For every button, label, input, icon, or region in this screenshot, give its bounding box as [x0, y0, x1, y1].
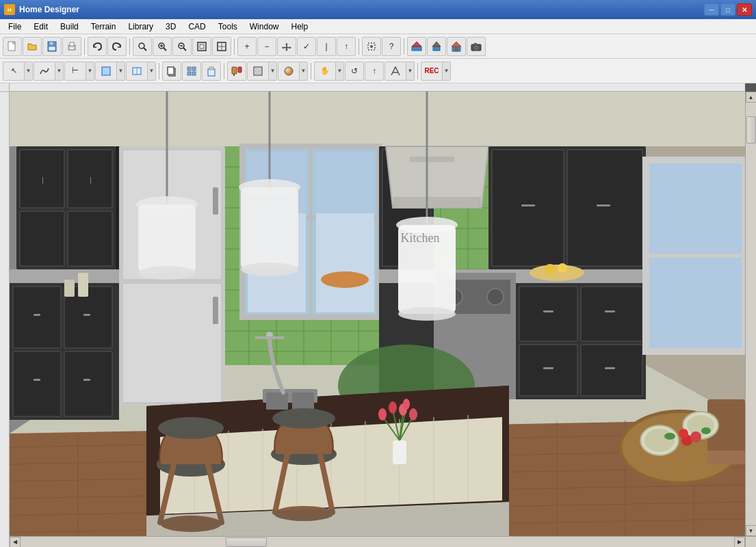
- wall-button[interactable]: [407, 37, 426, 56]
- camera-button[interactable]: [467, 37, 486, 56]
- menu-terrain[interactable]: Terrain: [86, 21, 122, 33]
- svg-point-168: [138, 266, 196, 280]
- material-dropdown[interactable]: ▼: [278, 62, 308, 81]
- horizontal-scrollbar[interactable]: ◀ ▶: [10, 536, 745, 547]
- check-button[interactable]: ✓: [297, 37, 316, 56]
- svg-point-34: [475, 46, 478, 49]
- menu-window[interactable]: Window: [244, 21, 285, 33]
- svg-rect-125: [34, 314, 40, 316]
- zoom-in-button[interactable]: [153, 37, 172, 56]
- add-button[interactable]: +: [237, 37, 257, 56]
- move-button[interactable]: [277, 37, 296, 56]
- component-button[interactable]: [182, 62, 201, 81]
- toolbar1-sep4: [359, 38, 359, 55]
- svg-rect-181: [581, 345, 642, 396]
- grab-dropdown[interactable]: ✋ ▼: [314, 62, 344, 81]
- svg-rect-141: [316, 152, 374, 213]
- scroll-thumb-v[interactable]: [746, 116, 756, 144]
- toolbar1-sep1: [84, 38, 85, 55]
- up-arrow-button[interactable]: ↑: [337, 37, 356, 56]
- fill-dropdown[interactable]: ▼: [95, 62, 125, 81]
- print-button[interactable]: [62, 37, 81, 56]
- svg-point-212: [378, 408, 387, 421]
- texture-dropdown[interactable]: ▼: [247, 62, 277, 81]
- up-arrow2-button[interactable]: ↑: [365, 62, 384, 81]
- window-controls: ─ □ ✕: [704, 3, 752, 16]
- scroll-track-h[interactable]: [21, 537, 734, 548]
- scroll-up-button[interactable]: ▲: [746, 92, 757, 103]
- fit-view-button[interactable]: [192, 37, 211, 56]
- svg-point-159: [487, 289, 504, 305]
- svg-rect-206: [393, 440, 406, 464]
- menu-3d[interactable]: 3D: [160, 21, 181, 33]
- rotate-button[interactable]: ↺: [345, 62, 364, 81]
- scroll-thumb-h[interactable]: [226, 537, 267, 547]
- actual-size-button[interactable]: [212, 37, 231, 56]
- cabinet-dropdown[interactable]: ▼: [126, 62, 156, 81]
- svg-rect-117: [42, 177, 43, 184]
- menu-cad[interactable]: CAD: [183, 21, 211, 33]
- svg-point-24: [370, 45, 373, 48]
- kitchen-3d-view[interactable]: Kitchen: [10, 92, 745, 536]
- svg-rect-153: [597, 204, 610, 206]
- svg-point-238: [664, 433, 675, 440]
- svg-rect-115: [20, 211, 64, 266]
- paint-button[interactable]: [227, 62, 246, 81]
- minimize-button[interactable]: ─: [704, 3, 719, 16]
- svg-rect-134: [116, 146, 119, 269]
- save-button[interactable]: [42, 37, 62, 56]
- snap-button[interactable]: [362, 37, 381, 56]
- svg-line-10: [144, 48, 146, 51]
- menu-tools[interactable]: Tools: [213, 21, 243, 33]
- svg-rect-5: [49, 46, 55, 51]
- toolbar2-sep1: [159, 63, 159, 79]
- svg-point-9: [139, 43, 144, 49]
- scroll-left-button[interactable]: ◀: [10, 537, 21, 548]
- line-button[interactable]: |: [317, 37, 336, 56]
- svg-rect-126: [83, 314, 90, 316]
- scroll-right-button[interactable]: ▶: [734, 537, 745, 548]
- scroll-track-v[interactable]: [746, 103, 757, 525]
- dimension-dropdown[interactable]: ⊢ ▼: [64, 62, 94, 81]
- svg-rect-42: [192, 67, 196, 70]
- copy-button[interactable]: [162, 62, 181, 81]
- transform-dropdown[interactable]: ▼: [384, 62, 415, 81]
- select-dropdown[interactable]: ↖ ▼: [3, 62, 33, 81]
- kitchen-scene-svg: Kitchen: [10, 92, 745, 536]
- svg-rect-124: [64, 351, 112, 416]
- subtract-button[interactable]: −: [257, 37, 276, 56]
- new-button[interactable]: [3, 37, 22, 56]
- help-button[interactable]: ?: [382, 37, 401, 56]
- close-button[interactable]: ✕: [737, 3, 752, 16]
- menu-file[interactable]: File: [3, 21, 27, 33]
- svg-rect-131: [122, 283, 222, 403]
- menu-library[interactable]: Library: [122, 21, 159, 33]
- menu-build[interactable]: Build: [55, 21, 84, 33]
- svg-point-57: [285, 67, 293, 75]
- svg-line-16: [183, 48, 186, 51]
- polyline-dropdown[interactable]: ▼: [34, 62, 64, 81]
- zoom-out-button[interactable]: [172, 37, 192, 56]
- undo-button[interactable]: [88, 37, 107, 56]
- svg-rect-118: [90, 177, 91, 184]
- roof-button[interactable]: [427, 37, 446, 56]
- menu-edit[interactable]: Edit: [28, 21, 53, 33]
- svg-rect-184: [543, 367, 553, 369]
- house-button[interactable]: [447, 37, 466, 56]
- maximize-button[interactable]: □: [720, 3, 735, 16]
- open-button[interactable]: [23, 37, 42, 56]
- svg-point-160: [321, 271, 369, 288]
- paste-button[interactable]: [202, 62, 221, 81]
- svg-rect-127: [34, 379, 40, 381]
- svg-marker-26: [412, 42, 421, 46]
- svg-point-213: [389, 401, 397, 414]
- vertical-scrollbar[interactable]: ▲ ▼: [745, 92, 756, 536]
- redo-button[interactable]: [107, 37, 127, 56]
- ruler-top: [10, 83, 745, 92]
- menu-help[interactable]: Help: [285, 21, 313, 33]
- toolbar1-sep3: [234, 38, 235, 55]
- scroll-down-button[interactable]: ▼: [746, 525, 757, 536]
- record-dropdown[interactable]: REC ▼: [421, 62, 451, 81]
- zoom-glass-button[interactable]: [133, 37, 152, 56]
- svg-rect-49: [238, 67, 242, 72]
